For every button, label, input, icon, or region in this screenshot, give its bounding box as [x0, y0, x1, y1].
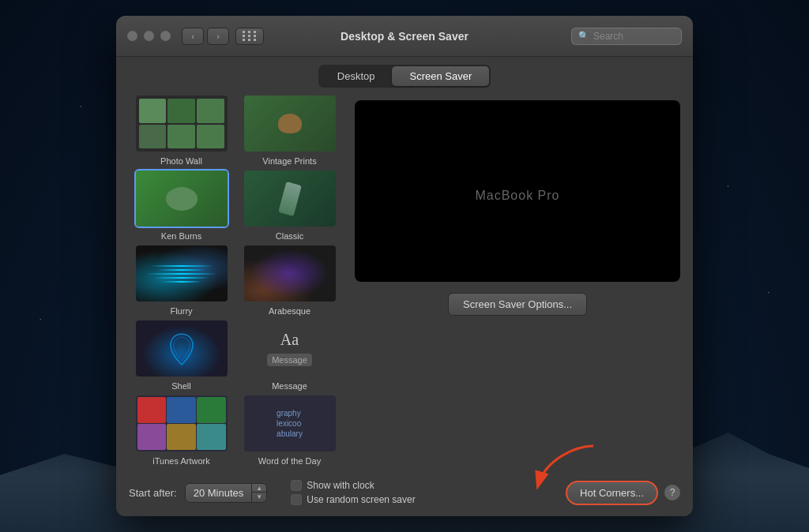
saver-label-itunes-artwork: iTunes Artwork — [152, 456, 209, 466]
saver-grid: Photo Wall Vintage Prints — [129, 94, 342, 472]
saver-item-vintage-prints[interactable]: Vintage Prints — [237, 94, 342, 166]
saver-label-arabesque: Arabesque — [269, 306, 310, 316]
saver-label-photo-wall: Photo Wall — [160, 156, 202, 166]
shell-svg-icon — [162, 329, 201, 369]
preview-actions: Screen Saver Options... — [355, 282, 680, 324]
show-with-clock-checkbox[interactable] — [291, 480, 302, 491]
message-badge: Message — [267, 354, 312, 366]
tab-screen-saver[interactable]: Screen Saver — [392, 66, 489, 86]
saver-label-flurry: Flurry — [170, 306, 192, 316]
content-area: Photo Wall Vintage Prints — [116, 94, 693, 472]
saver-thumb-word-of-the-day: graphylexicooabulary — [243, 394, 337, 453]
saver-item-word-of-the-day[interactable]: graphylexicooabulary Word of the Day — [237, 394, 342, 466]
word-sample-text: graphylexicooabulary — [277, 408, 303, 439]
search-placeholder: Search — [593, 31, 623, 42]
close-button[interactable] — [127, 31, 137, 41]
saver-item-shell[interactable]: Shell — [129, 319, 234, 391]
show-with-clock-label: Show with clock — [307, 480, 374, 491]
saver-item-message[interactable]: Aa Message Message — [237, 319, 342, 391]
forward-button[interactable]: › — [207, 28, 229, 45]
saver-list: Photo Wall Vintage Prints — [129, 94, 342, 472]
traffic-lights — [127, 31, 171, 41]
stepper-arrows: ▲ ▼ — [252, 484, 266, 501]
saver-thumb-classic — [243, 169, 337, 228]
back-button[interactable]: ‹ — [182, 28, 204, 45]
saver-label-message: Message — [272, 381, 307, 391]
saver-label-classic: Classic — [276, 231, 303, 241]
preview-area: MacBook Pro Screen Saver Options... — [355, 94, 680, 472]
search-icon: 🔍 — [578, 31, 589, 41]
grid-icon — [243, 31, 258, 41]
random-screen-saver-checkbox[interactable] — [291, 494, 302, 505]
main-window: ‹ › Desktop & Screen Saver 🔍 Search Desk… — [116, 16, 693, 516]
nav-buttons: ‹ › — [182, 28, 264, 45]
show-with-clock-row: Show with clock — [291, 480, 415, 491]
saver-item-itunes-artwork[interactable]: iTunes Artwork — [129, 394, 234, 466]
tab-bar: Desktop Screen Saver — [116, 57, 693, 94]
saver-label-ken-burns: Ken Burns — [161, 231, 201, 241]
duration-stepper[interactable]: 20 Minutes ▲ ▼ — [185, 483, 268, 503]
help-button[interactable]: ? — [664, 485, 680, 500]
saver-thumb-photo-wall — [134, 94, 229, 153]
hot-corners-button[interactable]: Hot Corners... — [566, 481, 658, 505]
window-title: Desktop & Screen Saver — [341, 30, 468, 43]
footer: Start after: 20 Minutes ▲ ▼ Show with cl… — [116, 472, 693, 516]
saver-thumb-ken-burns — [134, 169, 229, 228]
screen-saver-options-button[interactable]: Screen Saver Options... — [448, 293, 587, 316]
maximize-button[interactable] — [160, 31, 171, 41]
saver-thumb-vintage-prints — [243, 94, 337, 153]
saver-item-ken-burns[interactable]: Ken Burns — [129, 169, 234, 241]
stepper-up[interactable]: ▲ — [252, 484, 266, 493]
random-screen-saver-label: Use random screen saver — [307, 494, 415, 505]
checkboxes: Show with clock Use random screen saver — [291, 480, 415, 505]
random-screen-saver-row: Use random screen saver — [291, 494, 415, 505]
preview-screen: MacBook Pro — [355, 100, 680, 282]
search-box[interactable]: 🔍 Search — [571, 28, 682, 45]
grid-view-button[interactable] — [235, 28, 264, 45]
start-after-label: Start after: — [129, 487, 177, 499]
saver-item-arabesque[interactable]: Arabesque — [237, 244, 342, 316]
message-sample-text: Aa — [280, 331, 299, 349]
saver-thumb-arabesque — [243, 244, 337, 303]
saver-thumb-itunes-artwork — [134, 394, 229, 453]
stepper-down[interactable]: ▼ — [252, 493, 266, 501]
saver-label-vintage-prints: Vintage Prints — [262, 156, 316, 166]
saver-thumb-flurry — [134, 244, 229, 303]
tab-desktop[interactable]: Desktop — [320, 66, 393, 86]
saver-thumb-message: Aa Message — [243, 319, 337, 378]
hot-corners-area: Hot Corners... ? — [566, 481, 680, 505]
saver-item-flurry[interactable]: Flurry — [129, 244, 234, 316]
preview-device-name: MacBook Pro — [475, 189, 559, 203]
saver-item-photo-wall[interactable]: Photo Wall — [129, 94, 234, 166]
titlebar: ‹ › Desktop & Screen Saver 🔍 Search — [116, 16, 693, 57]
duration-value: 20 Minutes — [186, 484, 253, 502]
tabs: Desktop Screen Saver — [318, 65, 491, 88]
saver-item-classic[interactable]: Classic — [237, 169, 342, 241]
saver-label-shell: Shell — [171, 381, 190, 391]
saver-label-word-of-the-day: Word of the Day — [258, 456, 321, 466]
saver-thumb-shell — [134, 319, 229, 378]
minimize-button[interactable] — [144, 31, 154, 41]
